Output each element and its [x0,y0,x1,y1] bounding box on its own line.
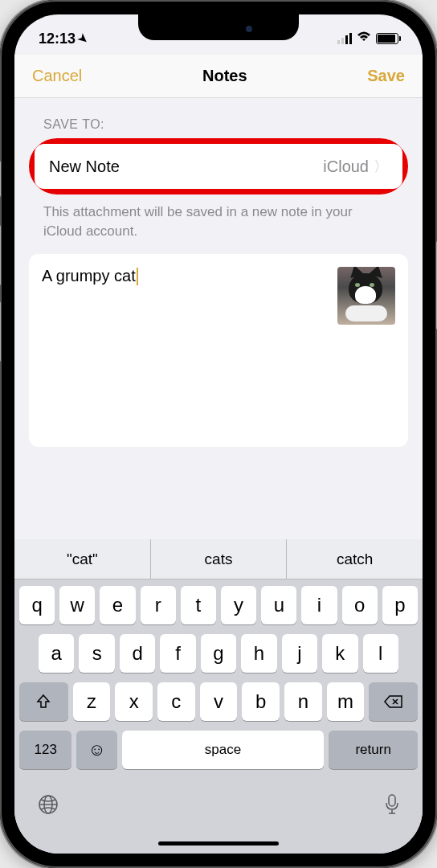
backspace-icon [384,694,403,709]
phone-frame: 12:13 ➤ Cancel Notes Save SAVE TO: [0,0,437,868]
suggestion-3[interactable]: catch [287,539,423,579]
note-editor[interactable]: A grumpy cat [29,254,408,447]
cancel-button[interactable]: Cancel [32,67,82,85]
key-r[interactable]: r [141,586,176,624]
keyboard: "cat" cats catch q w e r t y u i o p [14,539,423,854]
key-emoji[interactable]: ☺ [76,731,116,769]
location-icon: ➤ [76,31,91,47]
svg-rect-3 [389,795,395,806]
page-title: Notes [202,67,247,85]
key-j[interactable]: j [282,634,317,673]
key-o[interactable]: o [342,586,378,624]
wifi-icon [357,31,371,47]
dictation-icon[interactable] [384,793,400,821]
notch [138,14,299,40]
chevron-right-icon: 〉 [374,157,388,176]
cellular-icon [337,33,352,44]
nav-header: Cancel Notes Save [14,55,423,98]
status-right [337,31,398,47]
key-return[interactable]: return [329,731,418,769]
key-z[interactable]: z [73,682,111,721]
key-u[interactable]: u [261,586,296,624]
key-h[interactable]: h [241,634,276,673]
key-backspace[interactable] [369,682,418,721]
key-row-2: a s d f g h j k l [19,634,418,673]
volume-down-button [0,301,1,362]
key-m[interactable]: m [327,682,365,721]
highlight-annotation: New Note iCloud 〉 [29,138,408,194]
key-n[interactable]: n [284,682,322,721]
key-i[interactable]: i [301,586,337,624]
suggestion-bar: "cat" cats catch [14,539,423,579]
volume-up-button [0,225,1,285]
key-numeric[interactable]: 123 [19,731,71,769]
globe-icon[interactable] [37,793,59,821]
note-text-content: A grumpy cat [42,267,136,285]
key-row-3: z x c v b n m [19,682,418,721]
save-to-destination: iCloud 〉 [323,157,388,176]
key-d[interactable]: d [120,634,155,673]
key-x[interactable]: x [115,682,153,721]
content-area: SAVE TO: New Note iCloud 〉 This attachme… [14,98,423,447]
status-left: 12:13 ➤ [39,31,88,47]
status-time: 12:13 [39,31,76,47]
key-t[interactable]: t [181,586,216,624]
emoji-icon: ☺ [88,739,105,760]
key-v[interactable]: v [200,682,238,721]
key-q[interactable]: q [19,586,55,624]
home-indicator[interactable] [158,841,279,845]
destination-label: iCloud [323,158,369,176]
key-b[interactable]: b [242,682,280,721]
save-to-title: New Note [49,158,120,176]
key-l[interactable]: l [363,634,398,673]
helper-text: This attachment will be saved in a new n… [29,198,408,254]
key-c[interactable]: c [157,682,195,721]
key-row-4: 123 ☺ space return [19,731,418,769]
keyboard-footer [14,782,423,821]
key-s[interactable]: s [79,634,114,673]
battery-icon [376,33,398,44]
key-k[interactable]: k [322,634,357,673]
text-cursor [137,268,138,285]
key-g[interactable]: g [201,634,236,673]
mute-switch [0,161,1,197]
note-text-input[interactable]: A grumpy cat [42,267,138,286]
key-y[interactable]: y [221,586,256,624]
key-space[interactable]: space [122,731,325,769]
key-w[interactable]: w [59,586,95,624]
save-button[interactable]: Save [367,67,405,85]
key-e[interactable]: e [100,586,135,624]
key-p[interactable]: p [382,586,418,624]
section-label: SAVE TO: [29,117,408,132]
shift-icon [35,694,51,710]
key-a[interactable]: a [39,634,74,673]
attachment-thumbnail[interactable] [337,267,395,325]
key-shift[interactable] [19,682,68,721]
save-destination-row[interactable]: New Note iCloud 〉 [35,144,402,189]
key-f[interactable]: f [160,634,195,673]
suggestion-2[interactable]: cats [151,539,288,579]
suggestion-1[interactable]: "cat" [14,539,151,579]
key-row-1: q w e r t y u i o p [19,586,418,624]
screen: 12:13 ➤ Cancel Notes Save SAVE TO: [14,14,423,854]
